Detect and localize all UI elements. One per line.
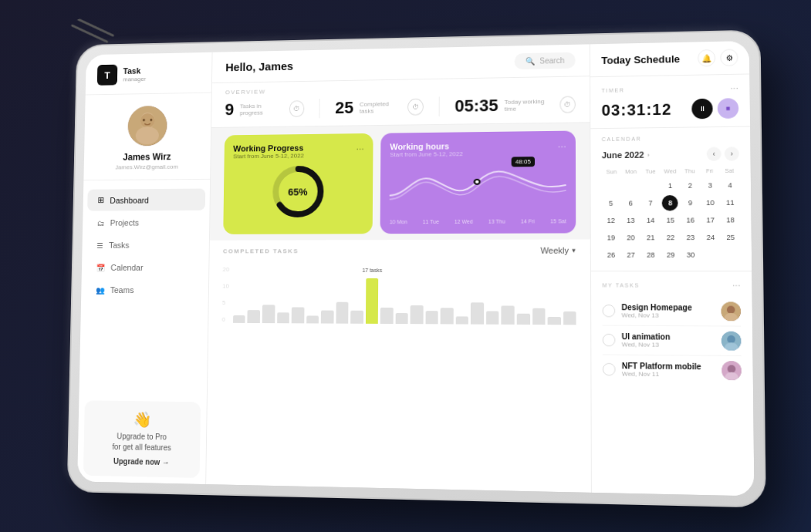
pause-button[interactable]: ⏸ bbox=[691, 99, 712, 120]
timer-menu[interactable]: ··· bbox=[730, 82, 738, 93]
cal-date-18[interactable]: 18 bbox=[722, 212, 738, 228]
x-label-0: 10 Mon bbox=[389, 219, 407, 224]
cal-date-12[interactable]: 12 bbox=[603, 213, 619, 228]
bar-9: 17 tasks bbox=[365, 278, 378, 323]
cal-date-8[interactable]: 8 bbox=[662, 195, 678, 210]
notification-icon[interactable]: 🔔 bbox=[698, 49, 715, 67]
cal-sun: Sun bbox=[601, 168, 620, 175]
nav-label-dashboard: Dashboard bbox=[110, 195, 149, 204]
calendar-label: CALENDAR bbox=[601, 135, 738, 142]
stop-icon: ■ bbox=[725, 104, 730, 112]
x-label-4: 14 Fri bbox=[520, 218, 534, 224]
stat-value-completed: 25 bbox=[335, 98, 353, 118]
working-hours-card: Working hours Start from June 5-12, 2022… bbox=[380, 131, 576, 234]
nav-item-calendar[interactable]: 📅 Calendar bbox=[86, 257, 204, 278]
clock-icon-1: ⏱ bbox=[289, 100, 304, 117]
bar-21 bbox=[547, 316, 560, 325]
cal-date-26[interactable]: 26 bbox=[603, 247, 619, 263]
nav-menu: ⊞ Dashboard 🗂 Projects ☰ Tasks 📅 Calenda… bbox=[79, 180, 210, 396]
stat-label-time: Today working time bbox=[504, 98, 552, 113]
weekly-filter[interactable]: Weekly ▾ bbox=[540, 246, 576, 255]
cal-date-7[interactable]: 7 bbox=[642, 195, 658, 210]
nav-item-projects[interactable]: 🗂 Projects bbox=[86, 212, 204, 234]
overview-label: OVERVIEW bbox=[225, 83, 575, 96]
stat-tasks-progress: 9 Tasks in progress ⏱ bbox=[225, 99, 320, 120]
cal-wed: Wed bbox=[660, 167, 680, 174]
dashboard-icon: ⊞ bbox=[97, 195, 104, 205]
clock-icon-2: ⏱ bbox=[407, 99, 423, 116]
cal-date-29[interactable]: 29 bbox=[662, 247, 678, 262]
bar-10 bbox=[380, 308, 393, 324]
upgrade-button[interactable]: Upgrade now → bbox=[113, 457, 169, 466]
cal-date-13[interactable]: 13 bbox=[623, 213, 639, 228]
task-avatar-2 bbox=[721, 361, 742, 380]
app-logo: T Task manager bbox=[85, 52, 211, 96]
cal-next-button[interactable]: › bbox=[724, 146, 738, 161]
cal-date-4[interactable]: 4 bbox=[721, 177, 738, 194]
cal-prev-button[interactable]: ‹ bbox=[706, 146, 721, 161]
main-content: Hello, James 🔍 Search OVERVIEW 9 Tasks i… bbox=[206, 44, 591, 493]
stat-label-tasks: Tasks in progress bbox=[239, 103, 282, 116]
calendar-section: CALENDAR June 2022 › ‹ › Sun bbox=[590, 127, 752, 272]
stat-working-time: 05:35 Today working time ⏱ bbox=[454, 95, 576, 116]
cal-date-28[interactable]: 28 bbox=[642, 247, 658, 262]
cal-date-1[interactable]: 1 bbox=[662, 178, 678, 194]
my-tasks-section: MY TASKS ··· Design Homepage Wed, Nov 13 bbox=[590, 271, 754, 496]
task-date-2: Wed, Nov 11 bbox=[621, 370, 715, 379]
cal-date-25[interactable]: 25 bbox=[722, 230, 738, 246]
bar-2 bbox=[262, 305, 274, 323]
cal-date-2[interactable]: 2 bbox=[681, 177, 698, 194]
bar-0 bbox=[232, 315, 245, 322]
cal-date-24[interactable]: 24 bbox=[702, 230, 718, 246]
search-icon: 🔍 bbox=[525, 57, 535, 66]
cal-date-3[interactable]: 3 bbox=[701, 177, 718, 194]
bar-6 bbox=[320, 310, 333, 324]
cal-date-6[interactable]: 6 bbox=[622, 195, 638, 210]
cal-date-5[interactable]: 5 bbox=[603, 196, 619, 211]
tasks-menu[interactable]: ··· bbox=[732, 280, 740, 291]
x-label-3: 13 Thu bbox=[488, 219, 505, 224]
working-progress-title: Working Progress bbox=[233, 143, 304, 153]
timer-section: TIMER ··· 03:31:12 ⏸ ■ bbox=[590, 74, 750, 129]
cal-date-9[interactable]: 9 bbox=[681, 195, 698, 211]
bar-15 bbox=[455, 316, 468, 325]
cal-date-27[interactable]: 27 bbox=[623, 247, 639, 263]
bar-7 bbox=[336, 302, 349, 324]
task-checkbox-1[interactable] bbox=[602, 334, 615, 347]
bar-19 bbox=[516, 314, 529, 325]
my-tasks-label: MY TASKS bbox=[602, 282, 639, 288]
bar-20 bbox=[532, 308, 545, 325]
cal-date-30[interactable]: 30 bbox=[682, 247, 698, 263]
cal-date-11[interactable]: 11 bbox=[721, 195, 738, 211]
cal-fri: Fri bbox=[699, 167, 719, 174]
cal-date-15[interactable]: 15 bbox=[662, 212, 678, 227]
bar-5 bbox=[306, 315, 318, 324]
cal-tue: Tue bbox=[640, 168, 660, 175]
nav-item-dashboard[interactable]: ⊞ Dashboard bbox=[87, 189, 205, 211]
task-checkbox-0[interactable] bbox=[602, 305, 615, 317]
nav-item-teams[interactable]: 👥 Teams bbox=[85, 279, 204, 301]
highlight-label: 17 tasks bbox=[362, 267, 382, 272]
projects-icon: 🗂 bbox=[96, 219, 104, 227]
svg-point-10 bbox=[473, 179, 480, 185]
cal-date-10[interactable]: 10 bbox=[701, 195, 718, 211]
task-avatar-1 bbox=[721, 332, 741, 351]
pause-icon: ⏸ bbox=[698, 105, 705, 113]
stop-button[interactable]: ■ bbox=[717, 98, 738, 119]
bar-8 bbox=[350, 310, 363, 324]
avatar bbox=[127, 106, 167, 146]
search-label: Search bbox=[539, 56, 564, 66]
cal-mon: Mon bbox=[621, 168, 640, 175]
task-date-0: Wed, Nov 13 bbox=[621, 311, 715, 319]
cal-date-17[interactable]: 17 bbox=[702, 212, 718, 228]
stat-value-tasks: 9 bbox=[225, 100, 234, 120]
task-checkbox-2[interactable] bbox=[602, 363, 615, 376]
clock-icon-3: ⏱ bbox=[559, 96, 576, 113]
working-hours-title: Working hours bbox=[390, 141, 463, 151]
task-item-0: Design Homepage Wed, Nov 13 bbox=[602, 297, 741, 327]
cal-date-19[interactable]: 19 bbox=[603, 230, 619, 245]
cal-date-14[interactable]: 14 bbox=[642, 213, 658, 228]
cal-date-16[interactable]: 16 bbox=[682, 212, 698, 228]
bar-11 bbox=[395, 313, 408, 324]
settings-icon[interactable]: ⚙ bbox=[720, 49, 738, 66]
